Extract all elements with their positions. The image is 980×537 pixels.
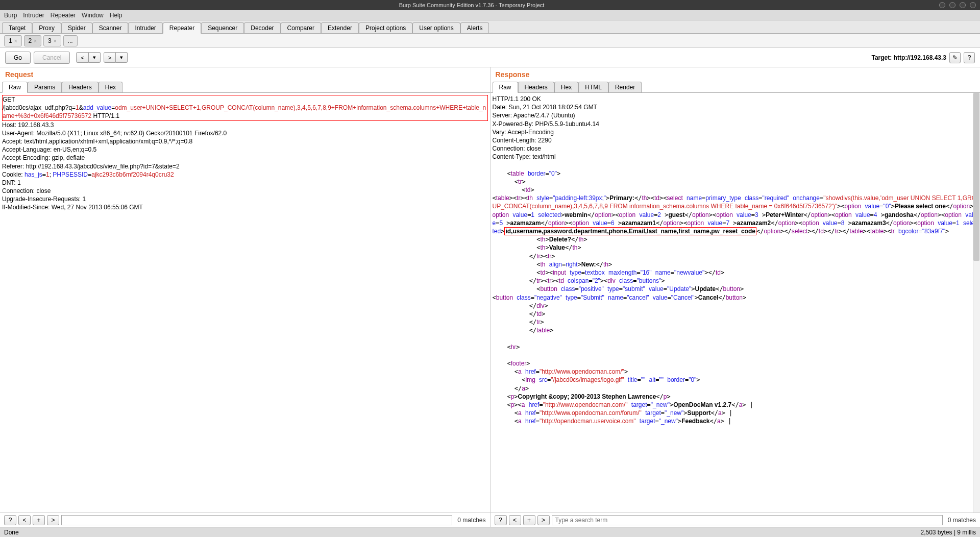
tab-target[interactable]: Target — [2, 22, 32, 33]
main-tabs: Target Proxy Spider Scanner Intruder Rep… — [0, 20, 980, 34]
window-controls — [939, 2, 976, 8]
request-pane: Request Raw Params Headers Hex GET /jabc… — [0, 67, 491, 512]
edit-target-icon[interactable]: ✎ — [949, 52, 961, 63]
request-tab-params[interactable]: Params — [28, 82, 62, 92]
search-add-button[interactable]: + — [523, 515, 535, 525]
subtab-more[interactable]: ... — [63, 35, 78, 46]
response-tab-html[interactable]: HTML — [578, 82, 608, 92]
menu-burp[interactable]: Burp — [4, 12, 17, 19]
tab-proxy[interactable]: Proxy — [32, 22, 61, 33]
request-tab-raw[interactable]: Raw — [2, 82, 28, 93]
repeater-subtabs: 1× 2× 3× ... — [0, 34, 980, 48]
request-tab-hex[interactable]: Hex — [99, 82, 122, 92]
response-search: ? < + > 0 matches — [491, 513, 981, 527]
help-icon[interactable]: ? — [964, 52, 975, 63]
tab-spider[interactable]: Spider — [61, 22, 92, 33]
statusbar: Done 2,503 bytes | 9 millis — [0, 527, 980, 537]
tab-project-options[interactable]: Project options — [359, 22, 412, 33]
tab-scanner[interactable]: Scanner — [92, 22, 129, 33]
tab-repeater[interactable]: Repeater — [163, 22, 201, 34]
response-pane: Response Raw Headers Hex HTML Render HTT… — [491, 67, 981, 512]
restore-icon[interactable] — [960, 2, 966, 8]
request-search: ? < + > 0 matches — [0, 513, 491, 527]
request-title: Request — [0, 67, 490, 82]
tab-user-options[interactable]: User options — [412, 22, 460, 33]
tab-intruder[interactable]: Intruder — [128, 22, 162, 33]
search-add-button[interactable]: + — [33, 515, 45, 525]
maximize-icon[interactable] — [949, 2, 955, 8]
search-next-button[interactable]: > — [537, 515, 550, 525]
request-search-input[interactable] — [61, 515, 452, 525]
response-view-tabs: Raw Headers Hex HTML Render — [491, 82, 981, 93]
window-title: Burp Suite Community Edition v1.7.36 - T… — [4, 2, 939, 8]
response-highlight-columns: id,username,password,department,phone,Em… — [504, 227, 756, 235]
status-left: Done — [4, 529, 19, 536]
status-right: 2,503 bytes | 9 millis — [921, 529, 976, 536]
response-title: Response — [491, 67, 981, 82]
subtab-1[interactable]: 1× — [4, 35, 22, 46]
tab-comparer[interactable]: Comparer — [281, 22, 321, 33]
history-back-button[interactable]: < — [76, 52, 88, 63]
search-next-button[interactable]: > — [47, 515, 59, 525]
tab-sequencer[interactable]: Sequencer — [201, 22, 244, 33]
request-matches: 0 matches — [457, 517, 485, 524]
request-content[interactable]: GET /jabcd0cs/ajax_udf.php?q=1&add_value… — [0, 93, 490, 512]
response-tab-hex[interactable]: Hex — [554, 82, 578, 92]
tab-alerts[interactable]: Alerts — [460, 22, 489, 33]
menu-window[interactable]: Window — [82, 12, 104, 19]
request-tab-headers[interactable]: Headers — [62, 82, 98, 92]
cancel-button[interactable]: Cancel — [34, 52, 70, 64]
subtab-3[interactable]: 3× — [43, 35, 61, 46]
search-options-button[interactable]: ? — [495, 515, 507, 525]
search-bars: ? < + > 0 matches ? < + > 0 matches — [0, 512, 980, 527]
menu-intruder[interactable]: Intruder — [23, 12, 44, 19]
request-view-tabs: Raw Params Headers Hex — [0, 82, 490, 93]
search-prev-button[interactable]: < — [509, 515, 521, 525]
go-button[interactable]: Go — [5, 52, 31, 64]
request-highlight-box: GET /jabcd0cs/ajax_udf.php?q=1&add_value… — [2, 95, 488, 121]
tab-decoder[interactable]: Decoder — [244, 22, 280, 33]
search-prev-button[interactable]: < — [18, 515, 31, 525]
response-content[interactable]: HTTP/1.1 200 OK Date: Sun, 21 Oct 2018 1… — [491, 93, 981, 512]
minimize-icon[interactable] — [939, 2, 945, 8]
response-search-input[interactable] — [552, 515, 943, 525]
subtab-2[interactable]: 2× — [24, 35, 42, 46]
close-icon[interactable]: × — [34, 38, 37, 44]
close-icon[interactable] — [970, 2, 976, 8]
response-tab-render[interactable]: Render — [608, 82, 642, 92]
history-fwd-button[interactable]: > — [104, 52, 116, 63]
response-tab-raw[interactable]: Raw — [493, 82, 518, 93]
target-label: Target: http://192.168.43.3 — [872, 54, 947, 61]
history-back-dropdown[interactable]: ▾ — [89, 52, 101, 63]
menu-help[interactable]: Help — [110, 12, 122, 19]
history-fwd-dropdown[interactable]: ▾ — [116, 52, 128, 63]
menu-repeater[interactable]: Repeater — [51, 12, 76, 19]
menubar: Burp Intruder Repeater Window Help — [0, 10, 980, 20]
titlebar: Burp Suite Community Edition v1.7.36 - T… — [0, 0, 980, 10]
response-tab-headers[interactable]: Headers — [518, 82, 554, 92]
scrollbar[interactable] — [973, 93, 980, 512]
repeater-toolbar: Go Cancel < ▾ > ▾ Target: http://192.168… — [0, 48, 980, 67]
response-matches: 0 matches — [948, 517, 976, 524]
close-icon[interactable]: × — [54, 38, 57, 44]
tab-extender[interactable]: Extender — [321, 22, 359, 33]
close-icon[interactable]: × — [14, 38, 17, 44]
request-response-split: Request Raw Params Headers Hex GET /jabc… — [0, 67, 980, 512]
scrollbar-thumb[interactable] — [973, 93, 979, 261]
search-options-button[interactable]: ? — [4, 515, 16, 525]
